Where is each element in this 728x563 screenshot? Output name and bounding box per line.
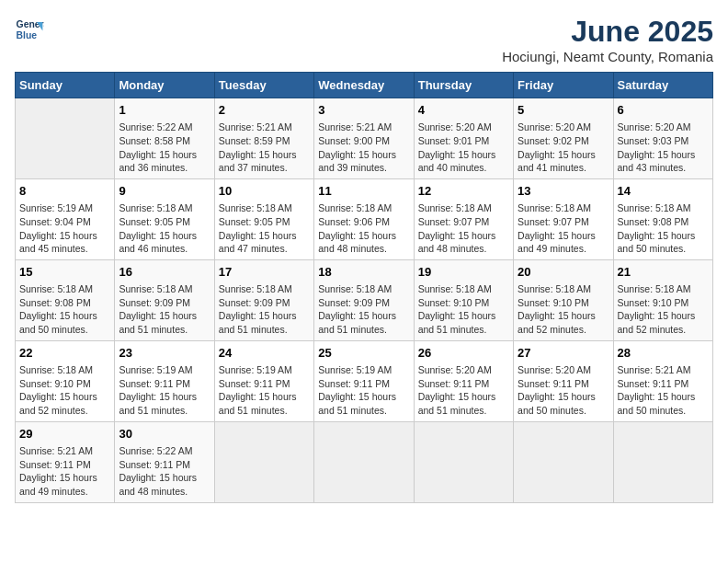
day-info-line: and 48 minutes. xyxy=(418,242,509,256)
day-info-line: Sunset: 9:07 PM xyxy=(418,215,509,229)
day-info-line: and 51 minutes. xyxy=(318,323,409,337)
day-cell-22: 22Sunrise: 5:18 AMSunset: 9:10 PMDayligh… xyxy=(16,340,115,421)
day-cell-26: 26Sunrise: 5:20 AMSunset: 9:11 PMDayligh… xyxy=(414,340,513,421)
day-info-line: Sunset: 9:09 PM xyxy=(219,296,310,310)
day-info-line: and 45 minutes. xyxy=(19,242,110,256)
day-cell-5: 5Sunrise: 5:20 AMSunset: 9:02 PMDaylight… xyxy=(514,98,613,179)
day-cell-18: 18Sunrise: 5:18 AMSunset: 9:09 PMDayligh… xyxy=(314,259,414,340)
day-cell-9: 9Sunrise: 5:18 AMSunset: 9:05 PMDaylight… xyxy=(115,178,214,259)
day-number: 2 xyxy=(219,102,310,119)
title-area: June 2025 Hociungi, Neamt County, Romani… xyxy=(502,15,713,64)
day-info-line: Sunset: 9:05 PM xyxy=(119,215,210,229)
day-cell-3: 3Sunrise: 5:21 AMSunset: 9:00 PMDaylight… xyxy=(314,98,414,179)
day-info-line: Daylight: 15 hours xyxy=(518,309,609,323)
day-info-line: Daylight: 15 hours xyxy=(219,309,310,323)
day-info-line: Daylight: 15 hours xyxy=(518,229,609,243)
col-header-monday: Monday xyxy=(115,73,214,98)
day-number: 13 xyxy=(518,183,609,200)
day-info-line: Daylight: 15 hours xyxy=(318,229,409,243)
day-info-line: and 48 minutes. xyxy=(318,242,409,256)
empty-cell xyxy=(613,421,712,502)
day-info-line: Sunset: 9:02 PM xyxy=(518,134,609,148)
day-info-line: and 50 minutes. xyxy=(19,323,110,337)
day-info-line: Sunrise: 5:20 AM xyxy=(518,121,609,134)
day-number: 11 xyxy=(318,183,409,200)
day-number: 19 xyxy=(418,264,509,281)
day-info-line: Daylight: 15 hours xyxy=(418,148,509,162)
day-info-line: Sunset: 9:03 PM xyxy=(618,134,709,148)
week-row-4: 22Sunrise: 5:18 AMSunset: 9:10 PMDayligh… xyxy=(16,340,713,421)
day-info-line: Sunrise: 5:21 AM xyxy=(618,363,709,377)
empty-cell xyxy=(514,421,613,502)
day-info-line: Daylight: 15 hours xyxy=(219,390,310,404)
day-number: 25 xyxy=(318,345,409,362)
calendar-header-row: SundayMondayTuesdayWednesdayThursdayFrid… xyxy=(16,73,713,98)
day-cell-21: 21Sunrise: 5:18 AMSunset: 9:10 PMDayligh… xyxy=(613,259,712,340)
day-number: 17 xyxy=(219,264,310,281)
col-header-tuesday: Tuesday xyxy=(214,73,313,98)
day-info-line: and 49 minutes. xyxy=(518,242,609,256)
day-cell-29: 29Sunrise: 5:21 AMSunset: 9:11 PMDayligh… xyxy=(16,421,115,502)
day-info-line: and 51 minutes. xyxy=(318,404,409,418)
col-header-sunday: Sunday xyxy=(16,73,115,98)
day-info-line: and 52 minutes. xyxy=(618,323,709,337)
day-cell-15: 15Sunrise: 5:18 AMSunset: 9:08 PMDayligh… xyxy=(16,259,115,340)
week-row-3: 15Sunrise: 5:18 AMSunset: 9:08 PMDayligh… xyxy=(16,259,713,340)
day-number: 4 xyxy=(418,102,509,119)
day-info-line: Sunset: 9:10 PM xyxy=(19,377,110,391)
day-number: 5 xyxy=(518,102,609,119)
day-info-line: Daylight: 15 hours xyxy=(219,148,310,162)
day-info-line: Sunrise: 5:19 AM xyxy=(219,363,310,377)
day-info-line: Sunset: 9:04 PM xyxy=(19,215,110,229)
day-number: 30 xyxy=(119,426,210,442)
day-info-line: and 50 minutes. xyxy=(618,242,709,256)
week-row-2: 8Sunrise: 5:19 AMSunset: 9:04 PMDaylight… xyxy=(16,178,713,259)
day-number: 1 xyxy=(119,102,210,119)
week-row-1: 1Sunrise: 5:22 AMSunset: 8:58 PMDaylight… xyxy=(16,98,713,179)
day-info-line: Sunset: 9:10 PM xyxy=(618,296,709,310)
day-info-line: Sunrise: 5:18 AM xyxy=(318,282,409,296)
svg-text:Blue: Blue xyxy=(17,30,38,40)
day-info-line: and 47 minutes. xyxy=(219,242,310,256)
day-info-line: Sunset: 9:00 PM xyxy=(318,134,409,148)
day-info-line: Sunrise: 5:21 AM xyxy=(318,121,409,134)
day-info-line: Sunset: 9:11 PM xyxy=(119,458,210,472)
empty-cell xyxy=(414,421,513,502)
calendar-title: June 2025 xyxy=(502,15,713,49)
day-info-line: and 48 minutes. xyxy=(119,485,210,499)
day-info-line: Sunrise: 5:19 AM xyxy=(19,201,110,215)
col-header-thursday: Thursday xyxy=(414,73,513,98)
day-info-line: Sunset: 9:11 PM xyxy=(518,377,609,391)
empty-cell xyxy=(314,421,414,502)
day-number: 10 xyxy=(219,183,310,200)
day-info-line: Sunrise: 5:20 AM xyxy=(518,363,609,377)
week-row-5: 29Sunrise: 5:21 AMSunset: 9:11 PMDayligh… xyxy=(16,421,713,502)
day-info-line: Sunrise: 5:18 AM xyxy=(318,201,409,215)
day-info-line: Sunset: 8:58 PM xyxy=(119,134,210,148)
day-info-line: Daylight: 15 hours xyxy=(119,390,210,404)
day-info-line: Daylight: 15 hours xyxy=(518,148,609,162)
day-info-line: Daylight: 15 hours xyxy=(119,309,210,323)
day-info-line: and 51 minutes. xyxy=(119,404,210,418)
day-number: 18 xyxy=(318,264,409,281)
day-info-line: Sunrise: 5:22 AM xyxy=(119,121,210,134)
day-info-line: Sunrise: 5:21 AM xyxy=(19,444,110,458)
day-number: 26 xyxy=(418,345,509,362)
day-info-line: Daylight: 15 hours xyxy=(518,390,609,404)
day-info-line: and 51 minutes. xyxy=(219,404,310,418)
day-info-line: Sunrise: 5:18 AM xyxy=(418,201,509,215)
empty-cell xyxy=(214,421,313,502)
day-info-line: Daylight: 15 hours xyxy=(19,471,110,485)
day-cell-4: 4Sunrise: 5:20 AMSunset: 9:01 PMDaylight… xyxy=(414,98,513,179)
day-info-line: Sunrise: 5:18 AM xyxy=(19,363,110,377)
logo: General Blue General Blue xyxy=(15,15,44,44)
day-info-line: Daylight: 15 hours xyxy=(318,390,409,404)
day-cell-1: 1Sunrise: 5:22 AMSunset: 8:58 PMDaylight… xyxy=(115,98,214,179)
day-number: 3 xyxy=(318,102,409,119)
day-number: 16 xyxy=(119,264,210,281)
day-info-line: and 49 minutes. xyxy=(19,485,110,499)
day-number: 8 xyxy=(19,183,110,200)
day-info-line: Daylight: 15 hours xyxy=(618,229,709,243)
day-info-line: Sunset: 8:59 PM xyxy=(219,134,310,148)
day-cell-24: 24Sunrise: 5:19 AMSunset: 9:11 PMDayligh… xyxy=(214,340,313,421)
